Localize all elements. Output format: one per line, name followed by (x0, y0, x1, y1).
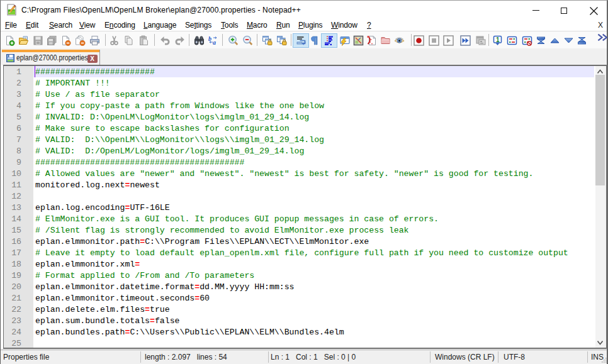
svg-text:1: 1 (496, 36, 500, 43)
svg-text:b: b (208, 35, 211, 42)
svg-text:a: a (213, 39, 216, 46)
